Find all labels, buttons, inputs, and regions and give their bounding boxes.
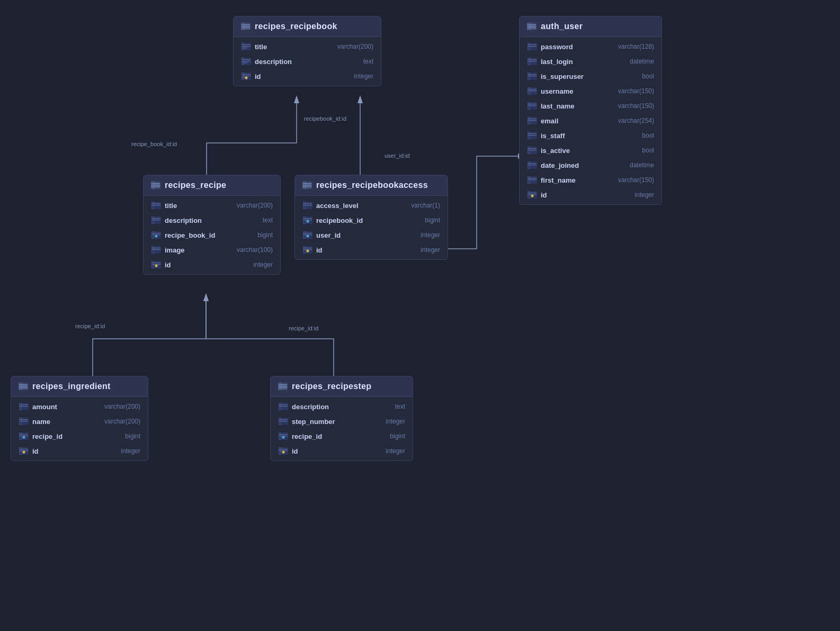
field-icon-title-rr [151,201,162,210]
svg-rect-92 [152,233,160,233]
svg-rect-154 [20,449,28,449]
svg-rect-58 [528,135,537,136]
field-name-title-rr: title [165,202,177,210]
field-icon-email [527,116,538,125]
table-row: description text [271,399,413,414]
field-name-is-superuser: is_superuser [541,73,584,80]
table-recipes-ingredient: recipes_ingredient amount varchar(200) n… [11,376,148,461]
field-name-access-level: access_level [316,202,359,210]
field-name-first-name: first_name [541,176,576,184]
table-recipes-recipebook: recipes_recipebook title [233,16,381,86]
svg-rect-145 [20,421,28,421]
svg-rect-11 [242,44,251,45]
field-name-recipe-id-ri: recipe_id [32,432,62,440]
table-row: is_superuser bool [520,69,662,84]
table-header-recipes-ingredient: recipes_ingredient [11,376,148,397]
pk-icon-id-rs [278,447,289,455]
table-recipes-recipebookaccess: recipes_recipebookaccess access_level va… [294,175,448,260]
field-name-image-rr: image [165,246,185,254]
svg-rect-26 [246,78,247,79]
field-name-amount: amount [32,403,57,411]
field-type-name-ri: varchar(200) [104,418,140,425]
field-name-id-rs: id [292,447,298,455]
field-name-id-rb: id [255,73,261,80]
field-type-desc-rb: text [363,58,373,65]
svg-rect-38 [528,61,537,61]
svg-rect-69 [528,178,537,178]
table-row: id integer [234,69,381,84]
table-title-recipes-recipebookaccess: recipes_recipebookaccess [316,181,428,190]
table-auth-user: auth_user password varchar(128) last_log… [519,16,662,205]
table-row: id integer [144,257,280,272]
field-type-last-name: varchar(150) [618,102,654,110]
fk-icon-recipe-id-rs [278,432,289,440]
svg-rect-77 [532,196,533,197]
svg-rect-61 [528,148,537,149]
svg-rect-8 [242,28,250,29]
svg-rect-123 [303,233,312,233]
table-header-recipes-recipestep: recipes_recipestep [271,376,413,397]
field-type-is-active: bool [642,147,654,154]
field-type-access-level: varchar(1) [411,202,440,209]
svg-rect-177 [283,437,284,439]
svg-rect-41 [528,74,537,75]
field-type-id-au: integer [635,191,654,199]
field-name-password: password [541,43,573,51]
svg-rect-136 [19,386,28,387]
field-name-title-rb: title [255,43,267,51]
svg-rect-13 [242,48,247,48]
svg-rect-79 [151,183,160,184]
svg-rect-152 [23,437,24,439]
svg-rect-99 [152,249,160,250]
svg-rect-113 [303,203,312,204]
table-title-recipes-recipebook: recipes_recipebook [255,22,337,31]
pk-icon-id-ri [19,447,29,455]
field-type-id-rr: integer [253,261,273,268]
table-title-recipes-recipe: recipes_recipe [165,181,226,190]
field-icon-username [527,87,538,95]
svg-rect-89 [152,220,160,220]
svg-marker-1 [358,95,363,103]
table-rows-recipes-recipestep: description text step_number integer [271,397,413,461]
pk-icon-id-rba [302,246,313,254]
db-canvas: recipe_book_id:id recipebook_id:id user_… [0,0,840,631]
table-row: recipebook_id bigint [295,213,448,228]
field-name-is-active: is_active [541,147,570,155]
field-name-username: username [541,87,573,95]
svg-rect-137 [19,387,28,389]
field-name-date-joined: date_joined [541,161,579,169]
field-name-desc-rs: description [292,403,329,411]
svg-rect-141 [20,406,28,407]
svg-rect-7 [242,26,250,27]
field-name-recipe-book-id: recipe_book_id [165,231,215,239]
table-row: id integer [271,444,413,458]
field-icon-is-superuser [527,72,538,80]
field-name-id-au: id [541,191,547,199]
svg-rect-133 [307,251,308,253]
svg-rect-161 [279,386,287,387]
svg-rect-49 [528,104,537,104]
svg-rect-53 [528,119,537,119]
svg-rect-62 [528,150,537,150]
field-type-is-staff: bool [642,132,654,139]
svg-rect-162 [279,387,287,389]
svg-marker-0 [294,95,299,103]
field-icon-image-rr [151,246,162,254]
field-name-recipebook-id: recipebook_id [316,217,363,224]
pk-icon-id-au [527,191,538,199]
field-type-last-login: datetime [630,58,654,65]
svg-rect-166 [279,406,288,407]
table-rows-recipes-recipebook: title varchar(200) d [234,37,381,86]
svg-rect-65 [528,163,537,164]
field-type-id-rs: integer [386,447,405,455]
field-icon-is-staff [527,131,538,140]
svg-rect-121 [307,221,308,223]
svg-rect-18 [242,62,247,63]
connector-label-recipe-id-step: recipe_id:id [289,325,318,331]
fk-icon-user-id [302,231,313,239]
field-type-id-rb: integer [354,73,373,80]
table-recipes-recipestep: recipes_recipestep description text step… [270,376,413,461]
svg-rect-108 [303,183,311,184]
field-type-recipe-id-ri: bigint [125,432,140,440]
field-name-desc-rb: description [255,58,292,66]
